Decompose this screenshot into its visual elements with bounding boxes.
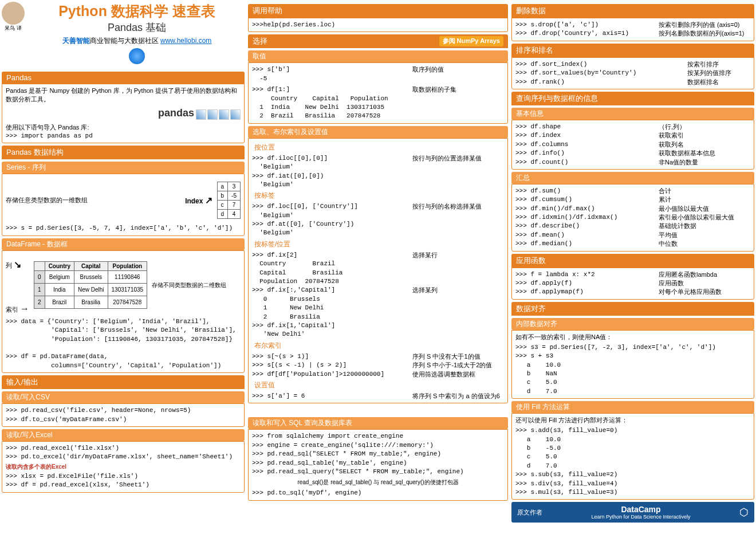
csv-body: >>> pd.read_csv('file.csv', header=None,…	[2, 403, 245, 427]
pandas-section-header: Pandas	[2, 72, 245, 84]
sort-body: >>> df.sort_index()按索引排序 >>> df.sort_val…	[511, 57, 754, 89]
fill-header: 使用 Fill 方法运算	[511, 401, 754, 413]
arrow-icon: ↗	[205, 195, 212, 205]
header-logo-area: 呆鸟 译 Python 数据科学 速查表 Pandas 基础 天善智能商业智能与…	[2, 2, 245, 66]
series-header: Series - 序列	[2, 162, 245, 174]
sub-title: Pandas 基础	[29, 21, 245, 34]
info-row: >>> df.shape（行,列）	[515, 123, 750, 131]
drop-header: 删除数据	[511, 4, 754, 18]
arrow-icon: →	[20, 304, 29, 313]
apply-body: >>> f = lambda x: x*2应用匿名函数lambda >>> df…	[511, 268, 754, 300]
info-row: >>> df.count()非Na值的数量	[515, 158, 750, 167]
df-header: DataFrame - 数据框	[2, 238, 245, 250]
pandas-intro-body: Pandas 是基于 Numpy 创建的 Python 库，为 Python 提…	[2, 84, 245, 143]
community-link-line: 天善智能商业智能与大数据社区 www.hellobi.com	[29, 36, 245, 46]
sql-header: 读取和写入 SQL 查询及数据库表	[248, 417, 508, 429]
info-row: >>> df.idxmin()/df.idxmax()索引最小值除以索引最大值	[515, 213, 750, 222]
fill-body: 还可以使用 Fill 方法进行内部对齐运算： >>> s.add(s3, fil…	[511, 413, 754, 500]
numpy-ref-tag: 参阅 NumPy Arrays	[439, 36, 503, 46]
import-code: >>> import pandas as pd	[6, 132, 241, 140]
info-row: >>> df.index获取索引	[515, 131, 750, 140]
select-header: 选择 参阅 NumPy Arrays	[248, 34, 508, 48]
sum-header: 汇总	[511, 172, 754, 184]
sql-body: >>> from sqlalchemy import create_engine…	[248, 429, 508, 500]
sum-body: >>> df.sum()合计>>> df.cumsum()累计>>> df.mi…	[511, 184, 754, 252]
inner-align-body: 如有不一致的索引，则使用NA值： >>> s3 = pd.Series([7, …	[511, 330, 754, 399]
excel-body: >>> pd.read_excel('file.xlsx') >>> pd.to…	[2, 441, 245, 493]
info-row: >>> df.min()/df.max()最小值除以最大值	[515, 205, 750, 213]
basic-header: 基本信息	[511, 108, 754, 120]
info-row: >>> df.median()中位数	[515, 239, 750, 248]
translator-avatar	[2, 2, 25, 25]
sort-header: 排序和排名	[511, 44, 754, 57]
info-row: >>> df.columns获取列名	[515, 140, 750, 149]
help-body: >>>help(pd.Series.loc)	[248, 18, 508, 32]
datacamp-brand: DataCamp	[591, 505, 690, 514]
info-row: >>> df.mean()平均值	[515, 231, 750, 239]
info-row: >>> df.info()获取数据框基本信息	[515, 149, 750, 158]
info-row: >>> df.sum()合计	[515, 187, 750, 195]
community-link[interactable]: www.hellobi.com	[160, 37, 211, 45]
ds-section-header: Pandas 数据结构	[2, 146, 245, 159]
series-table: a3 b-5 c7 d4	[217, 182, 241, 219]
shield-icon: ⬡	[739, 506, 749, 519]
main-title: Python 数据科学 速查表	[29, 2, 245, 21]
footer-bar: 原文作者 DataCamp Learn Python for Data Scie…	[511, 502, 754, 523]
info-row: >>> df.cumsum()累计	[515, 195, 750, 204]
info-header: 查询序列与数据框的信息	[511, 92, 754, 105]
df-body: 列 ↘ 索引 → CountryCapitalPopulation 0Belgi…	[2, 250, 245, 373]
sel-body: 按位置 >>> df.iloc[[0],[0]] 'Belgium' >>> d…	[248, 138, 508, 404]
sel-header: 选取、布尔索引及设置值	[248, 126, 508, 138]
help-header: 调用帮助	[248, 4, 508, 18]
hellobi-logo-icon	[129, 48, 145, 64]
basic-body: >>> df.shape（行,列）>>> df.index获取索引>>> df.…	[511, 120, 754, 170]
pandas-icon-strip	[196, 109, 241, 120]
drop-body: >>> s.drop(['a', 'c'])按索引删除序列的值 (axis=0)…	[511, 18, 754, 41]
series-code: >>> s = pd.Series([3, -5, 7, 4], index=[…	[6, 224, 241, 233]
inner-align-header: 内部数据对齐	[511, 318, 754, 330]
align-header: 数据对齐	[511, 302, 754, 316]
info-row: >>> df.describe()基础统计数据	[515, 222, 750, 230]
pandas-logo-text: pandas	[158, 107, 194, 119]
df-table: CountryCapitalPopulation 0BelgiumBrussel…	[34, 261, 147, 309]
csv-header: 读取/写入CSV	[2, 391, 245, 403]
excel-header: 读取/写入Excel	[2, 429, 245, 441]
get-body: >>> s['b'] -5取序列的值 >>> df[1:] Country Ca…	[248, 62, 508, 123]
apply-header: 应用函数	[511, 254, 754, 268]
translator-credit: 呆鸟 译	[2, 25, 25, 32]
df-code: >>> data = {'Country': ['Belgium', 'Indi…	[6, 317, 241, 370]
io-section-header: 输入/输出	[2, 375, 245, 389]
series-body: 存储任意类型数据的一维数组 Index ↗ a3 b-5 c7 d4 >>> s…	[2, 174, 245, 235]
arrow-icon: ↘	[14, 260, 21, 269]
get-header: 取值	[248, 50, 508, 62]
